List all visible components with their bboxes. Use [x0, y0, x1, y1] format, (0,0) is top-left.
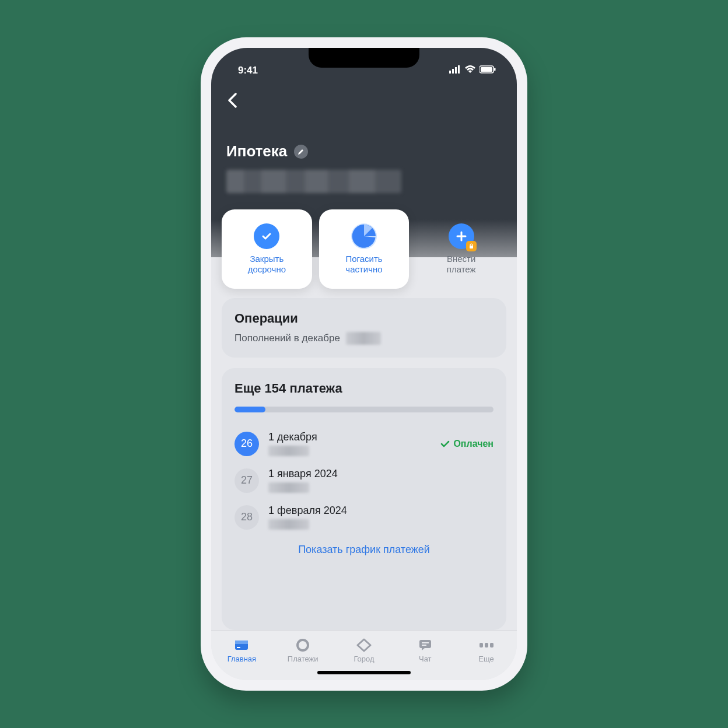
- chat-icon: [417, 638, 433, 652]
- payment-row[interactable]: 28 1 февраля 2024: [235, 499, 494, 536]
- action-label: Внести платеж: [447, 254, 476, 275]
- tab-label: Главная: [228, 654, 256, 663]
- tab-home[interactable]: Главная: [211, 631, 272, 671]
- wifi-icon: [464, 65, 476, 76]
- svg-rect-5: [481, 67, 492, 72]
- action-close-early[interactable]: Закрыть досрочно: [222, 209, 312, 289]
- tab-label: Чат: [419, 654, 432, 663]
- svg-rect-17: [485, 643, 488, 648]
- operations-subtitle-row: Пополнений в декабре: [235, 332, 494, 345]
- schedule-progress: [235, 407, 494, 412]
- action-label: Погасить частично: [345, 254, 382, 275]
- svg-point-12: [298, 640, 308, 650]
- svg-rect-8: [470, 246, 473, 249]
- svg-rect-1: [452, 69, 454, 74]
- tab-label: Город: [354, 654, 374, 663]
- svg-rect-15: [422, 645, 426, 646]
- status-icons: [449, 65, 496, 76]
- schedule-progress-fill: [235, 407, 265, 412]
- svg-rect-16: [480, 643, 483, 648]
- quick-actions: Закрыть досрочно Погасить частично: [222, 209, 506, 289]
- svg-rect-3: [458, 65, 460, 74]
- home-indicator[interactable]: [317, 671, 411, 674]
- action-label: Закрыть досрочно: [248, 254, 286, 275]
- svg-rect-6: [494, 68, 496, 71]
- operations-title: Операции: [235, 311, 494, 326]
- content: Операции Пополнений в декабре Еще 154 пл…: [211, 257, 517, 630]
- plus-circle-icon: [449, 223, 474, 249]
- svg-rect-14: [422, 642, 429, 643]
- svg-rect-18: [490, 643, 494, 648]
- check-icon: [440, 439, 450, 449]
- tab-label: Платежи: [288, 654, 318, 663]
- redacted-amount: [268, 519, 309, 530]
- redacted-amount: [268, 446, 309, 456]
- paid-status: Оплачен: [440, 439, 494, 449]
- home-icon: [233, 638, 250, 652]
- schedule-card: Еще 154 платежа 26 1 декабря Оплачен: [222, 368, 506, 630]
- action-partial-repay[interactable]: Погасить частично: [319, 209, 410, 289]
- edit-title-button[interactable]: [294, 145, 308, 159]
- svg-rect-0: [449, 71, 451, 74]
- phone-frame: 9:41 Ипотека: [201, 37, 527, 691]
- tab-more[interactable]: Еще: [456, 631, 517, 671]
- cellular-icon: [449, 65, 461, 76]
- tab-payments[interactable]: Платежи: [272, 631, 334, 671]
- show-schedule-link[interactable]: Показать график платежей: [235, 536, 494, 556]
- battery-icon: [480, 65, 496, 76]
- back-button[interactable]: [226, 92, 502, 112]
- day-badge: 27: [235, 468, 259, 493]
- city-icon: [356, 638, 372, 652]
- page-title-row: Ипотека: [226, 142, 502, 160]
- operations-subtitle: Пополнений в декабре: [235, 332, 340, 344]
- redacted-amount: [226, 170, 401, 193]
- lock-icon: [466, 241, 477, 251]
- tab-chat[interactable]: Чат: [394, 631, 456, 671]
- check-circle-icon: [254, 223, 279, 249]
- day-badge: 26: [235, 432, 259, 456]
- svg-rect-2: [455, 67, 457, 74]
- notch: [309, 48, 419, 68]
- tab-city[interactable]: Город: [334, 631, 395, 671]
- paid-label-text: Оплачен: [453, 439, 494, 449]
- redacted-amount: [268, 482, 309, 493]
- svg-rect-13: [419, 640, 431, 648]
- status-time: 9:41: [238, 65, 258, 76]
- more-icon: [478, 638, 495, 652]
- redacted-value: [346, 332, 381, 345]
- day-badge: 28: [235, 505, 259, 530]
- phone-screen: 9:41 Ипотека: [211, 48, 517, 680]
- schedule-title: Еще 154 платежа: [235, 381, 494, 396]
- payment-date: 1 февраля 2024: [268, 505, 494, 517]
- tab-label: Еще: [478, 654, 494, 663]
- payments-icon: [295, 638, 311, 652]
- page-title: Ипотека: [226, 142, 287, 160]
- action-make-payment[interactable]: Внести платеж: [416, 209, 506, 289]
- payment-row[interactable]: 26 1 декабря Оплачен: [235, 425, 494, 462]
- svg-rect-11: [237, 647, 240, 648]
- payment-date: 1 января 2024: [268, 468, 494, 480]
- operations-card[interactable]: Операции Пополнений в декабре: [222, 298, 506, 358]
- payment-row[interactable]: 27 1 января 2024: [235, 462, 494, 499]
- svg-rect-10: [235, 640, 248, 644]
- payment-date: 1 декабря: [268, 431, 431, 443]
- pie-chart-icon: [351, 223, 377, 249]
- header-area: 9:41 Ипотека: [211, 48, 517, 257]
